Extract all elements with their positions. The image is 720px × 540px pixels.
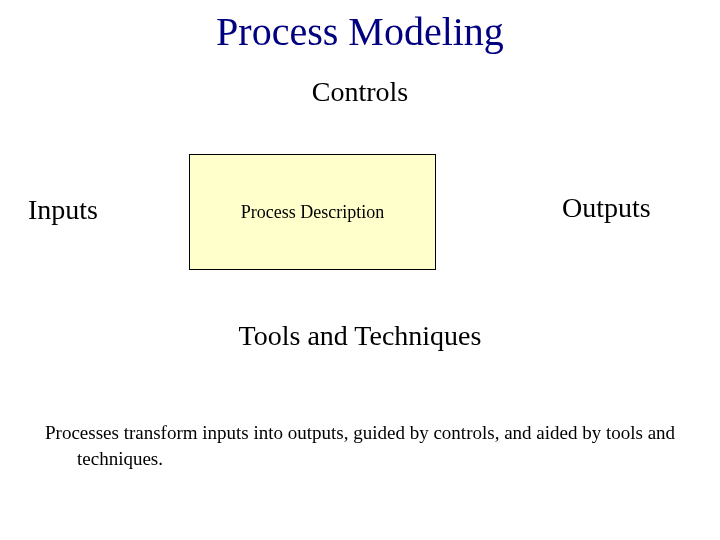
tools-techniques-label: Tools and Techniques bbox=[0, 320, 720, 352]
inputs-label: Inputs bbox=[28, 194, 98, 226]
outputs-label: Outputs bbox=[562, 192, 651, 224]
controls-label: Controls bbox=[0, 76, 720, 108]
process-description-box: Process Description bbox=[189, 154, 436, 270]
slide-description: Processes transform inputs into outputs,… bbox=[45, 420, 685, 471]
slide-title: Process Modeling bbox=[0, 8, 720, 55]
process-description-label: Process Description bbox=[241, 202, 384, 223]
